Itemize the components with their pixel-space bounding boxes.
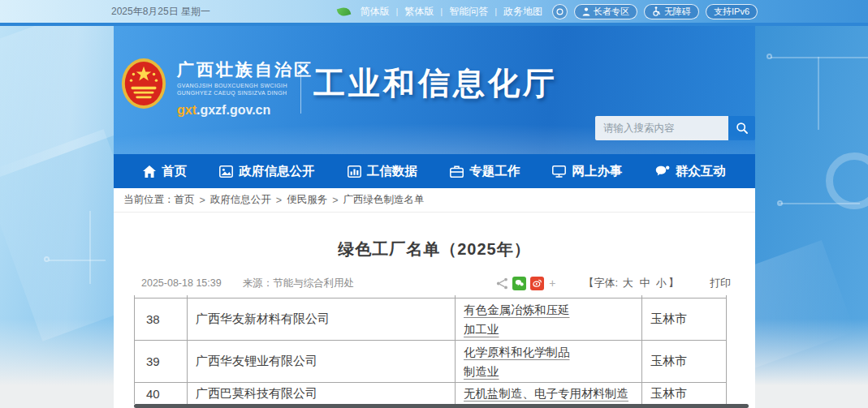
link-simplified-chinese[interactable]: 简体版 [360,5,389,19]
separator: | [395,6,398,16]
breadcrumb-separator: > [332,195,338,206]
search-button[interactable] [728,116,755,140]
industry-name: 有色金属冶炼和压延 [464,300,641,320]
page-title: 绿色工厂名单（2025年） [114,238,755,260]
breadcrumb-prefix: 当前位置： [123,193,175,207]
monitor-icon [552,165,566,178]
circuit-line [779,203,860,204]
chat-bubbles-icon [655,165,670,178]
dept-name-zhuang: GUNGHYEZ CAEUQ SINSIZVA DINGH [177,90,313,96]
nav-label: 网上办事 [572,163,622,180]
weibo-share-icon[interactable] [530,277,544,290]
nav-label: 群众互动 [676,163,726,180]
org-identity: 广西壮族自治区 GVANGJSIH BOUXCUENGH SWCIGIH GUN… [177,58,313,118]
row-number: 38 [146,312,187,326]
wheelchair-icon [652,6,661,16]
article-content: 绿色工厂名单（2025年） 2025-08-18 15:39 来源：节能与综合利… [114,213,755,408]
separator: | [494,6,497,16]
region-name-zhuang: GVANGJSIH BOUXCUENGH SWCIGIH [177,83,313,88]
nav-label: 首页 [162,163,187,180]
elderly-zone-label: 长者专区 [594,6,629,18]
breadcrumb-separator: > [200,195,205,206]
search-input[interactable] [595,116,728,140]
table-row: 39 广西华友锂业有限公司 化学原料和化学制品 制造业 玉林市 [134,341,727,383]
horizontal-scrollbar-thumb[interactable] [134,404,749,408]
city-name: 玉林市 [650,354,726,369]
city-name: 玉林市 [650,386,726,402]
header-divider [300,62,301,114]
circuit-line [49,260,106,261]
region-name: 广西壮族自治区 [177,58,313,81]
nav-item-info-disclosure[interactable]: 政府信息公开 [219,163,314,180]
share-icon[interactable] [496,277,508,290]
breadcrumb-home[interactable]: 首页 [175,193,195,207]
font-label-suffix: 】 [668,277,679,289]
row-number: 40 [146,387,187,401]
topbar-divider [0,23,868,26]
site-url-suffix: .gxzf.gov.cn [196,103,270,117]
round-badge-icon[interactable] [552,4,568,19]
data-icon [348,165,361,178]
circuit-line [771,57,868,58]
share-more-button[interactable]: + [549,277,555,290]
breadcrumb-public-services[interactable]: 便民服务 [287,193,327,207]
search-icon [736,122,749,135]
industry-name: 制造业 [464,362,641,381]
circuit-node [44,256,50,262]
main-nav: 首页 政府信息公开 工信数据 专题工作 网上办事 群众互动 [114,154,755,188]
table-row: 38 广西华友新材料有限公司 有色金属冶炼和压延 加工业 玉林市 [134,298,727,341]
source-label: 来源： [243,277,274,289]
current-date: 2025年8月25日 星期一 [111,5,210,19]
industry-name: 无机盐制造、电子专用材料制造 [464,384,641,403]
article-source: 来源：节能与综合利用处 [243,277,355,290]
top-utility-bar: 2025年8月25日 星期一 简体版 | 繁体版 | 智能问答 | 政务地图 长… [0,0,868,23]
nav-item-online-services[interactable]: 网上办事 [552,163,622,180]
info-disclosure-icon [219,165,233,178]
breadcrumb-separator: > [276,195,282,206]
font-size-control: 【字体: 大 中 小】 [584,276,680,290]
breadcrumb: 当前位置： 首页 > 政府信息公开 > 便民服务 > 广西绿色制造名单 [114,188,755,213]
nav-item-public-interaction[interactable]: 群众互动 [655,163,726,180]
briefcase-icon [450,165,464,178]
source-value: 节能与综合利用处 [273,277,354,289]
nav-label: 政府信息公开 [239,163,314,180]
breadcrumb-info-disclosure[interactable]: 政府信息公开 [210,193,271,207]
breadcrumb-green-list[interactable]: 广西绿色制造名单 [343,193,424,207]
nav-item-industry-data[interactable]: 工信数据 [348,163,417,180]
print-button[interactable]: 打印 [710,276,731,290]
font-size-large[interactable]: 大 [623,277,633,289]
publish-date: 2025-08-18 15:39 [141,277,222,289]
nav-item-home[interactable]: 首页 [143,163,187,180]
ipv6-badge[interactable]: 支持IPv6 [706,4,758,19]
link-gov-map[interactable]: 政务地图 [503,5,542,19]
nav-label: 专题工作 [469,163,520,180]
nav-item-special-topics[interactable]: 专题工作 [450,163,520,180]
gear-decoration [826,152,868,209]
circuit-node [767,54,772,59]
wechat-share-icon[interactable] [512,277,526,290]
ipv6-label: 支持IPv6 [714,6,749,18]
industry-name: 化学原料和化学制品 [464,342,641,362]
font-size-medium[interactable]: 中 [639,277,650,289]
person-icon [582,7,590,16]
home-icon [143,165,156,178]
elderly-zone-button[interactable]: 长者专区 [574,4,637,19]
font-size-small[interactable]: 小 [656,277,667,289]
link-traditional-chinese[interactable]: 繁体版 [404,5,434,19]
leaf-icon [337,5,352,17]
accessibility-button[interactable]: 无障碍 [644,4,699,19]
accessibility-label: 无障碍 [664,6,691,18]
green-factory-table: 38 广西华友新材料有限公司 有色金属冶炼和压延 加工业 玉林市 39 广西华友… [134,295,727,404]
row-number: 39 [146,354,187,368]
table-row: 40 广西巴莫科技有限公司 无机盐制造、电子专用材料制造 玉林市 [134,383,727,404]
city-name: 玉林市 [650,311,726,327]
separator: | [440,6,443,16]
article-meta: 2025-08-18 15:39 来源：节能与综合利用处 + 【字体: 大 中 … [114,276,755,290]
nav-label: 工信数据 [367,163,417,180]
circuit-line [89,211,91,284]
site-url-prefix: gxt [177,103,196,117]
link-smart-qa[interactable]: 智能问答 [449,5,488,19]
site-header-banner: 广西壮族自治区 GVANGJSIH BOUXCUENGH SWCIGIH GUN… [114,24,755,154]
font-label-prefix: 【字体: [584,277,619,289]
company-name: 广西巴莫科技有限公司 [196,386,455,402]
